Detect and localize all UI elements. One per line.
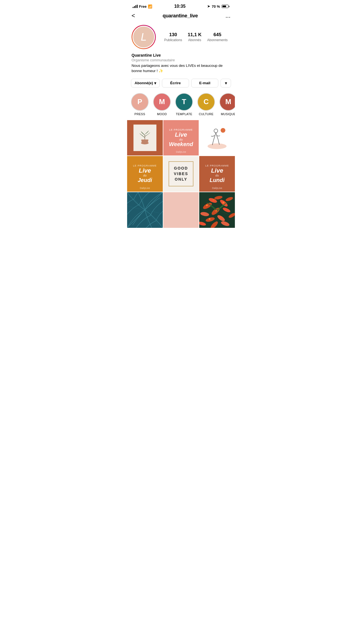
status-battery: ➤ 70 % [207, 4, 229, 9]
svg-point-12 [222, 207, 231, 213]
story-press[interactable]: P PRESS [131, 93, 149, 116]
teal-leaves-pattern [127, 192, 163, 228]
cell2-credit: DailyLive [176, 151, 186, 153]
photo-grid: LE PROGRAMME Live du Weekend DailyLive [127, 120, 235, 228]
profile-name: Quarantine Live [132, 53, 230, 57]
stat-following-number: 645 [214, 32, 221, 38]
story-label-culture: CULTURE [199, 112, 213, 116]
grid-cell-3[interactable] [199, 120, 235, 156]
grid-cell-6[interactable]: LE PROGRAMME Live du Lundi DailyLive [199, 156, 235, 192]
svg-point-7 [214, 195, 223, 200]
cell4-credit: DailyLive [140, 187, 150, 189]
stat-publications-number: 130 [169, 32, 177, 38]
battery-percent: 70 % [212, 4, 220, 9]
grid-cell-5[interactable]: GOOD vibes ONLY [163, 156, 199, 192]
svg-point-16 [199, 221, 206, 226]
battery-icon [222, 5, 229, 8]
cell4-sub: Jeudi [133, 177, 157, 183]
svg-point-18 [221, 220, 230, 227]
svg-point-20 [213, 199, 214, 201]
svg-point-3 [221, 128, 225, 133]
story-label-musique: MUSIQUE [221, 112, 235, 116]
avatar-letter: L [141, 32, 146, 42]
status-time: 10:35 [174, 4, 185, 9]
story-culture[interactable]: C CULTURE [197, 93, 215, 116]
grid-cell-8[interactable] [163, 192, 199, 228]
figure-illustration [203, 124, 231, 152]
stat-followers-number: 11,1 K [188, 32, 201, 38]
signal-icon [133, 5, 138, 8]
grid-cell-2[interactable]: LE PROGRAMME Live du Weekend DailyLive [163, 120, 199, 156]
cell4-pre: LE PROGRAMME [133, 164, 157, 167]
top-navigation: < quarantine_live ... [127, 11, 235, 22]
stat-following[interactable]: 645 Abonnements [207, 32, 228, 42]
profile-info: Quarantine Live Organisme communautaire … [127, 53, 235, 77]
action-buttons: Abonné(e) ▾ Écrire E-mail ▾ [127, 77, 235, 91]
cell6-pre: LE PROGRAMME [205, 164, 229, 167]
good-vibes-line2: vibes [174, 171, 188, 177]
good-vibes-line3: ONLY [174, 177, 188, 182]
subscribed-button[interactable]: Abonné(e) ▾ [131, 79, 160, 88]
cell2-du: du [169, 138, 193, 141]
svg-point-17 [210, 220, 219, 228]
avatar-container[interactable]: L [132, 25, 156, 49]
profile-type: Organisme communautaire [132, 58, 230, 62]
svg-point-23 [209, 218, 211, 220]
svg-point-4 [214, 129, 218, 133]
stat-followers-label: Abonnés [188, 38, 201, 42]
svg-point-10 [200, 212, 209, 217]
svg-point-21 [222, 202, 224, 204]
story-label-mood: MOOD [157, 112, 167, 116]
profile-username: quarantine_live [162, 13, 198, 19]
location-icon: ➤ [207, 4, 210, 8]
story-circle-culture: C [197, 93, 215, 111]
stories-row: P PRESS M MOOD T TEMPLATE C CULTURE M MU… [127, 91, 235, 120]
svg-point-15 [228, 212, 235, 219]
cell6-sub: Lundi [205, 177, 229, 183]
story-template[interactable]: T TEMPLATE [175, 93, 193, 116]
cell4-main: Live [133, 168, 157, 174]
svg-point-2 [208, 143, 227, 149]
cell2-pre: LE PROGRAMME [169, 128, 193, 131]
profile-header: L 130 Publications 11,1 K Abonnés 645 Ab… [127, 22, 235, 53]
avatar: L [132, 26, 155, 48]
svg-point-19 [206, 205, 208, 206]
more-button[interactable]: ▾ [221, 79, 231, 88]
grid-cell-7[interactable] [127, 192, 163, 228]
write-button[interactable]: Écrire [162, 79, 189, 88]
stat-publications-label: Publications [164, 38, 182, 42]
story-circle-template: T [175, 93, 193, 111]
more-options-button[interactable]: ... [225, 12, 230, 19]
profile-bio: Nous partageons avec vous des LIVEs et b… [132, 63, 230, 74]
story-circle-mood: M [153, 93, 171, 111]
stat-following-label: Abonnements [207, 38, 228, 42]
story-mood[interactable]: M MOOD [153, 93, 171, 116]
cell6-main: Live [205, 168, 229, 174]
grid-cell-4[interactable]: LE PROGRAMME Live du Jeudi DailyLive [127, 156, 163, 192]
story-circle-musique: M [219, 93, 235, 111]
cell6-credit: DailyLive [212, 187, 222, 189]
svg-point-24 [221, 217, 222, 218]
tropical-pattern [199, 192, 235, 228]
status-bar: Free 📶 10:35 ➤ 70 % [127, 0, 235, 11]
good-vibes-frame: GOOD vibes ONLY [169, 161, 193, 186]
story-circle-press: P [131, 93, 149, 111]
story-label-template: TEMPLATE [176, 112, 192, 116]
carrier-name: Free [139, 4, 146, 9]
grid-cell-9[interactable] [199, 192, 235, 228]
chevron-down-icon: ▾ [154, 81, 156, 85]
status-carrier: Free 📶 [133, 4, 152, 9]
cell2-main: Live [169, 132, 193, 138]
stat-publications[interactable]: 130 Publications [164, 32, 182, 42]
email-button[interactable]: E-mail [191, 79, 218, 88]
cell2-sub: Weekend [169, 141, 193, 147]
story-label-press: PRESS [135, 112, 145, 116]
back-button[interactable]: < [132, 12, 135, 19]
story-musique[interactable]: M MUSIQUE [219, 93, 235, 116]
avatar-ring: L [132, 25, 156, 49]
stat-followers[interactable]: 11,1 K Abonnés [188, 32, 201, 42]
grid-cell-1[interactable] [127, 120, 163, 156]
good-vibes-line1: GOOD [174, 166, 188, 171]
svg-point-22 [216, 210, 217, 212]
plant-illustration [138, 130, 152, 146]
